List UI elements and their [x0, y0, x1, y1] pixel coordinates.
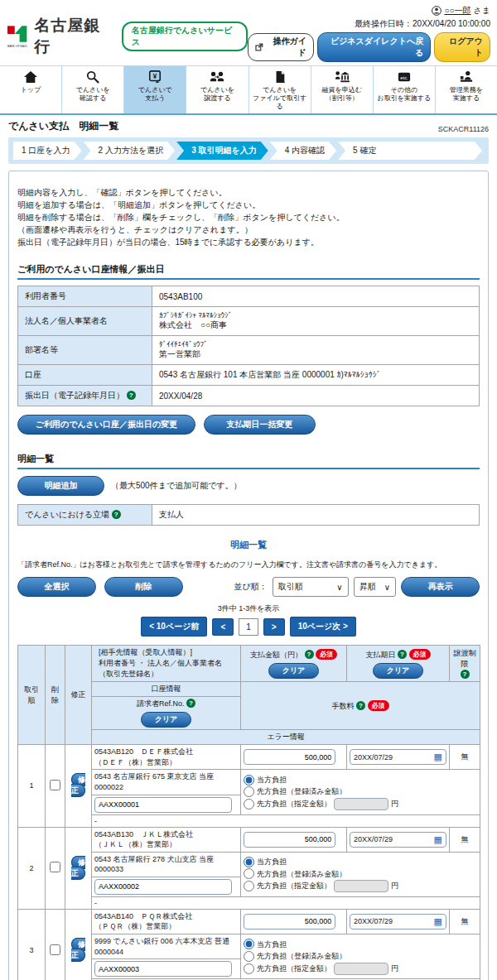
last-operation-time: 最終操作日時：20XX/04/20 10:00:00 — [248, 18, 490, 30]
add-note: （最大500件まで追加可能です。） — [111, 480, 242, 492]
sort-select[interactable]: 取引順∨ — [273, 577, 349, 597]
order-select[interactable]: 昇順∨ — [354, 577, 396, 597]
redisplay-button[interactable]: 再表示 — [401, 577, 480, 597]
calendar-icon[interactable]: ▦ — [434, 917, 442, 926]
nav-top[interactable]: トップ — [0, 66, 61, 113]
help-icon[interactable]: ? — [356, 701, 365, 710]
due-date-input[interactable]: 20XX/07/29▦ — [350, 749, 446, 765]
requester-ref-input[interactable] — [94, 961, 232, 977]
requester-ref-input[interactable] — [94, 879, 232, 895]
fee-own-radio[interactable] — [244, 939, 254, 949]
account-info-table: 利用者番号 0543AB100 法人名／個人事業者名 ｶﾌﾞｼｷｶﾞｲｼｬ ﾏﾙ… — [17, 286, 480, 406]
partner-dept: （ＪＫＬ（株）営業部） — [94, 840, 176, 848]
dept-name: 第一営業部 — [159, 349, 200, 358]
amount-input[interactable] — [244, 749, 335, 765]
fee-amount-input[interactable] — [334, 880, 388, 892]
fee-own-radio[interactable] — [244, 857, 254, 867]
help-icon[interactable]: ? — [305, 650, 314, 659]
help-icon[interactable]: ? — [461, 670, 470, 679]
help-icon[interactable]: ? — [186, 699, 195, 708]
fee-other-specified-radio[interactable] — [244, 963, 254, 974]
help-icon[interactable]: ? — [398, 650, 407, 659]
etc-icon: etc. — [397, 70, 412, 84]
fee-own-radio[interactable] — [244, 775, 254, 785]
fee-other-specified-radio[interactable] — [244, 799, 254, 809]
step-2: 2 入力方法を選択 — [84, 142, 176, 160]
help-icon[interactable]: ? — [127, 391, 136, 400]
requester-ref-input[interactable] — [94, 797, 232, 813]
due-date-input[interactable]: 20XX/07/29▦ — [350, 914, 446, 930]
fee-other-registered-radio[interactable] — [244, 868, 254, 879]
loan-bank-icon — [334, 70, 350, 84]
delete-checkbox[interactable] — [50, 780, 60, 790]
page-title: でんさい支払 明細一覧 — [8, 119, 118, 133]
next-10-pages-button[interactable]: 10ページ次 > — [290, 617, 356, 637]
prev-10-pages-button[interactable]: < 10ページ前 — [141, 617, 207, 637]
fee-other-registered-radio[interactable] — [244, 786, 254, 797]
row-label: 口座 — [18, 365, 152, 386]
amount-input[interactable] — [244, 914, 335, 930]
select-all-button[interactable]: 全選択 — [17, 577, 96, 597]
delete-checkbox[interactable] — [50, 862, 60, 872]
col-transaction-order: 取引順 — [18, 646, 46, 745]
delete-checkbox[interactable] — [50, 944, 60, 955]
nav-file-trade[interactable]: でんさいをファイルで取引する — [248, 66, 311, 113]
change-account-button[interactable]: ご利用のでんさい口座／振出日の変更 — [17, 415, 195, 435]
transfer-people-icon — [209, 70, 225, 84]
error-info: - — [92, 896, 480, 909]
change-due-date-button[interactable]: 支払期日一括変更 — [204, 415, 316, 435]
instructions: 明細内容を入力し、「確認」ボタンを押してください。 明細を追加する場合は、「明細… — [17, 186, 480, 248]
next-page-button[interactable]: > — [263, 618, 285, 636]
nav-check-densai[interactable]: でんさいを確認する — [61, 66, 123, 113]
col-amount: 支払金額（円） ? 必須 クリア — [241, 646, 347, 682]
col-due-date: 支払期日 ? 必須 クリア — [347, 646, 450, 682]
clear-ref-button[interactable]: クリア — [141, 712, 192, 728]
nav-transfer-densai[interactable]: でんさいを譲渡する — [186, 66, 248, 113]
fee-amount-input[interactable] — [334, 963, 388, 975]
account-value: 0543 名古屋銀行 101 本店営業部 当座 0000001 ｶ)ﾏﾙﾏﾙｼｮ… — [152, 365, 480, 386]
account-info: 0543 名古屋銀行 675 東京支店 当座 0000022 — [92, 770, 241, 795]
position-value: 支払人 — [152, 505, 480, 526]
row-label: 利用者番号 — [18, 286, 152, 307]
fix-button[interactable]: 修正 — [71, 938, 85, 962]
fix-button[interactable]: 修正 — [71, 773, 85, 797]
guide-button[interactable]: 操作ガイド — [248, 33, 314, 61]
prev-page-button[interactable]: < — [212, 618, 234, 636]
fee-amount-input[interactable] — [334, 798, 388, 810]
issue-date: 20XX/04/28 — [152, 386, 480, 406]
required-badge: 必須 — [368, 700, 389, 711]
user-name-link[interactable]: ○○一郎 — [444, 5, 470, 17]
partner-dept: （ＰＱＲ（株）営業部） — [94, 922, 176, 930]
fix-button[interactable]: 修正 — [71, 856, 85, 880]
nav-admin[interactable]: 管理業務を実施する — [435, 66, 497, 113]
amount-input[interactable] — [244, 832, 335, 848]
fee-other-registered-radio[interactable] — [244, 951, 254, 962]
bank-name: 名古屋銀行 — [34, 15, 114, 58]
nav-pay-densai[interactable]: ¥ でんさいで支払う — [123, 66, 186, 113]
nav-other[interactable]: etc. その他のお取引を実施する — [373, 66, 435, 113]
calendar-icon[interactable]: ▦ — [434, 752, 442, 761]
clear-amount-button[interactable]: クリア — [268, 663, 320, 679]
current-page: 1 — [239, 618, 258, 636]
page-header: BANK OF NAGOYA 名古屋銀行 名古屋銀行でんさいサービス ○○一郎 … — [0, 0, 497, 64]
add-detail-button[interactable]: 明細追加 — [17, 476, 104, 496]
col-restriction: 譲渡制限 ? — [450, 646, 480, 682]
table-row: 2 修正 0543AB130 ＪＫＬ株式会社 （ＪＫＬ（株）営業部） 20XX/… — [18, 827, 480, 852]
logout-button[interactable]: ログアウト — [434, 32, 490, 62]
back-to-direct-button[interactable]: ビジネスダイレクトへ戻る — [317, 32, 431, 62]
fee-other-specified-radio[interactable] — [244, 881, 254, 891]
table-row: 法人名／個人事業者名 ｶﾌﾞｼｷｶﾞｲｼｬ ﾏﾙﾏﾙｼｮｳｼﾞ 株式会社 ○○商… — [18, 307, 480, 336]
transaction-order: 3 — [18, 909, 46, 980]
calendar-icon[interactable]: ▦ — [434, 835, 442, 844]
service-badge: 名古屋銀行でんさいサービス — [122, 22, 248, 51]
delete-button[interactable]: 削除 — [104, 577, 183, 597]
col-fix: 修正 — [65, 646, 92, 745]
svg-text:BANK OF NAGOYA: BANK OF NAGOYA — [7, 44, 27, 47]
clear-due-button[interactable]: クリア — [373, 663, 424, 679]
help-icon[interactable]: ? — [112, 510, 121, 519]
detail-section-heading: 明細一覧 — [17, 453, 480, 469]
due-date-input[interactable]: 20XX/07/29▦ — [350, 832, 446, 848]
nav-loan[interactable]: 融資を申込む（割引等） — [311, 66, 373, 113]
table-row: 部署名等 ﾀﾞｲｲﾁｴｲｷﾞｮｳﾌﾞ 第一営業部 — [18, 336, 480, 365]
col-partner-info: [相手先情報（受取人情報）] 利用者番号 ・ 法人名／個人事業者名 （取引先登録… — [92, 646, 241, 682]
